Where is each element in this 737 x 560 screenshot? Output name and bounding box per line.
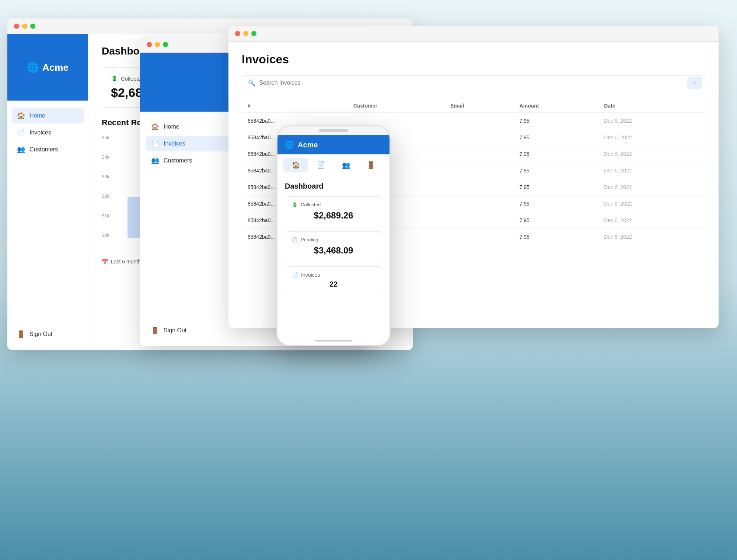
- phone-page-title: Dashboard: [285, 182, 382, 190]
- invoice-email: [444, 146, 514, 162]
- invoice-date: Dec 6, 2022: [598, 179, 705, 196]
- sidebar-1: 🌐 Acme 🏠 Home 📄 Invoices 👥 Customers: [7, 34, 88, 349]
- sidebar-item-label-invoices: Invoices: [29, 129, 51, 136]
- invoice-amount: 7.95: [514, 212, 598, 229]
- phone-pending-card: 🕐 Pending $3,468.09: [285, 231, 382, 261]
- phone-customers-icon: 👥: [342, 161, 350, 169]
- sidebar2-customers-label: Customers: [164, 157, 192, 164]
- mobile-phone: 🌐 Acme 🏠 📄 👥 🚪 Dashboard 💲 Collected $2,…: [276, 125, 391, 346]
- phone-notch: [277, 126, 390, 135]
- signout-label-2: Sign Out: [164, 327, 186, 334]
- invoice-email: [444, 129, 514, 146]
- signout-label: Sign Out: [29, 331, 52, 337]
- phone-nav-home[interactable]: 🏠: [283, 158, 308, 172]
- y-label-4k: $4k: [102, 154, 109, 160]
- phone-nav-signout[interactable]: 🚪: [359, 158, 384, 172]
- invoice-amount: 7.95: [514, 162, 598, 179]
- phone-invoices-label-row: 📄 Invoices: [292, 272, 375, 278]
- sidebar-item-label-customers: Customers: [29, 146, 58, 153]
- col-email: Email: [444, 99, 514, 113]
- invoice-amount: 7.95: [514, 229, 598, 245]
- invoice-amount: 7.95: [514, 146, 598, 162]
- invoice-email: [444, 162, 514, 179]
- sidebar-item-invoices[interactable]: 📄 Invoices: [12, 125, 84, 140]
- search-bar[interactable]: 🔍 ›: [242, 75, 705, 90]
- invoice-email: [444, 179, 514, 196]
- fullscreen-button-3[interactable]: [251, 31, 256, 36]
- sidebar2-home-label: Home: [164, 123, 179, 130]
- signout-icon-2: 🚪: [151, 326, 159, 335]
- minimize-button[interactable]: [22, 24, 27, 29]
- col-date: Date: [598, 99, 705, 113]
- sidebar-logo-1: 🌐 Acme: [7, 34, 88, 101]
- y-label-1k: $1k: [102, 213, 109, 218]
- customers-icon: 👥: [17, 146, 25, 154]
- phone-collected-label-row: 💲 Collected: [292, 202, 375, 207]
- y-label-3k: $3k: [102, 174, 109, 179]
- search-input[interactable]: [259, 80, 699, 86]
- phone-pending-label-row: 🕐 Pending: [292, 237, 375, 242]
- fullscreen-button-2[interactable]: [163, 42, 168, 47]
- phone-clock-icon: 🕐: [292, 237, 298, 242]
- phone-dollar-icon: 💲: [292, 202, 298, 207]
- phone-collected-value: $2,689.26: [292, 210, 375, 221]
- invoices-title: Invoices: [242, 53, 705, 66]
- invoice-amount: 7.95: [514, 179, 598, 196]
- y-label-2k: $2k: [102, 193, 109, 199]
- invoice-email: [444, 212, 514, 229]
- calendar-icon: 📅: [102, 259, 108, 265]
- close-button-2[interactable]: [147, 42, 152, 47]
- invoice-date: Dec 6, 2022: [598, 212, 705, 229]
- home-icon: 🏠: [17, 112, 25, 120]
- close-button[interactable]: [14, 24, 19, 29]
- sidebar-signout-1[interactable]: 🚪 Sign Out: [7, 319, 88, 349]
- phone-globe-icon: 🌐: [285, 140, 294, 149]
- y-label-5k: $5k: [102, 135, 109, 140]
- invoice-email: [444, 196, 514, 212]
- minimize-button-2[interactable]: [155, 42, 160, 47]
- invoice-date: Dec 6, 2022: [598, 162, 705, 179]
- phone-home-icon: 🏠: [292, 161, 300, 169]
- search-button[interactable]: ›: [687, 77, 702, 89]
- home-icon-2: 🏠: [151, 123, 159, 131]
- globe-icon: 🌐: [27, 62, 39, 73]
- phone-nav-invoices[interactable]: 📄: [308, 158, 333, 172]
- search-icon: 🔍: [248, 79, 255, 86]
- dollar-icon: 💲: [111, 75, 118, 82]
- invoice-date: Dec 6, 2022: [598, 196, 705, 212]
- phone-invoices-card: 📄 Invoices 22: [285, 266, 382, 296]
- invoice-amount: 7.95: [514, 113, 598, 129]
- sidebar2-invoices-label: Invoices: [164, 140, 185, 147]
- minimize-button-3[interactable]: [243, 31, 248, 36]
- invoice-email: [444, 229, 514, 245]
- close-button-3[interactable]: [235, 31, 240, 36]
- col-customer: Customer: [347, 99, 444, 113]
- sidebar-item-home[interactable]: 🏠 Home: [12, 108, 84, 123]
- invoice-amount: 7.95: [514, 196, 598, 212]
- customers-icon-2: 👥: [151, 157, 159, 165]
- invoice-amount: 7.95: [514, 129, 598, 146]
- signout-item[interactable]: 🚪 Sign Out: [12, 326, 84, 342]
- titlebar-3: [228, 26, 719, 42]
- phone-nav-customers[interactable]: 👥: [333, 158, 359, 172]
- chart-y-axis: $5k $4k $3k $2k $1k $0k: [102, 135, 109, 238]
- phone-home-indicator: [315, 340, 352, 342]
- phone-invoices-count: 22: [292, 280, 375, 291]
- fullscreen-button[interactable]: [30, 24, 35, 29]
- phone-signout-icon: 🚪: [367, 161, 375, 169]
- phone-collected-label: Collected: [301, 202, 321, 207]
- phone-collected-card: 💲 Collected $2,689.26: [285, 196, 382, 226]
- phone-pending-label: Pending: [301, 237, 318, 242]
- filter-label: Last 6 months: [111, 259, 143, 265]
- y-label-0k: $0k: [102, 232, 109, 238]
- logo-text-1: Acme: [42, 62, 69, 73]
- phone-content: Dashboard 💲 Collected $2,689.26 🕐 Pendin…: [277, 176, 390, 345]
- invoice-date: Dec 6, 2022: [598, 129, 705, 146]
- sidebar-item-label-home: Home: [29, 112, 45, 119]
- phone-nav[interactable]: 🏠 📄 👥 🚪: [277, 154, 390, 176]
- sidebar-item-customers[interactable]: 👥 Customers: [12, 142, 84, 157]
- invoice-date: Dec 6, 2022: [598, 113, 705, 129]
- notch-bar: [319, 129, 348, 132]
- phone-invoices-icon: 📄: [317, 161, 325, 169]
- phone-invoices-section-label: Invoices: [301, 272, 320, 278]
